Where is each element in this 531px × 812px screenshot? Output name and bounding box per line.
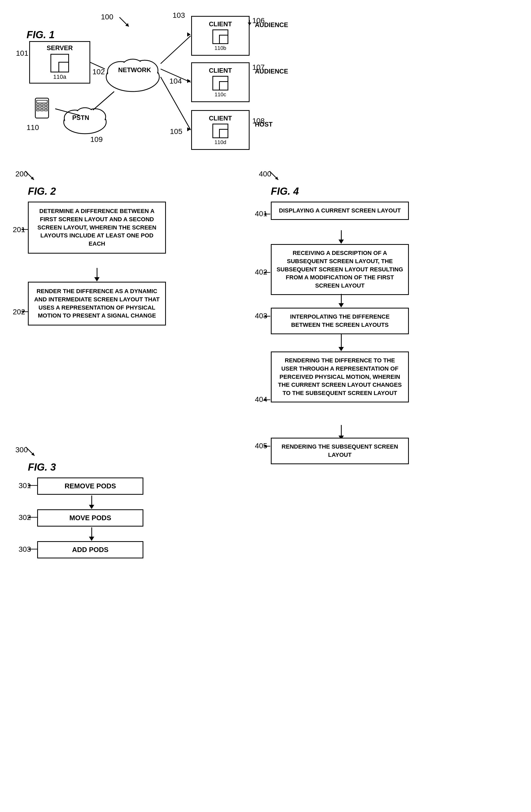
ref400-arrow <box>268 170 281 183</box>
svg-marker-54 <box>28 548 30 550</box>
ref201-arrow <box>20 227 29 232</box>
server-label: SERVER <box>47 44 73 52</box>
svg-rect-28 <box>45 109 47 111</box>
ref300-arrow <box>25 446 38 459</box>
svg-rect-26 <box>37 109 39 111</box>
fig3-arrow1 <box>89 495 94 509</box>
client-b-label: CLIENT <box>209 20 232 28</box>
telephone-svg <box>29 96 55 122</box>
ref-109: 109 <box>90 135 103 144</box>
client-box-b: CLIENT 110b <box>191 16 250 56</box>
svg-marker-30 <box>248 23 251 25</box>
server-screen-icon <box>58 62 69 72</box>
server-inner-box <box>51 54 69 72</box>
ref-110b: 110b <box>214 45 226 51</box>
svg-marker-50 <box>28 484 30 487</box>
fig4-box4: RENDERING THE DIFFERENCE TO THE USER THR… <box>271 351 409 403</box>
ref-104: 104 <box>169 77 182 85</box>
client-box-d: CLIENT 110d <box>191 110 250 150</box>
fig3-box2: MOVE PODS <box>37 509 143 526</box>
svg-marker-60 <box>264 271 266 274</box>
svg-rect-21 <box>41 104 43 105</box>
fig4-label: FIG. 4 <box>271 186 299 197</box>
client-d-screen <box>219 129 228 138</box>
ref-108: 108 <box>252 117 265 125</box>
ref404-arrow <box>262 397 271 403</box>
ref-110c: 110c <box>214 91 226 98</box>
ref106-arrow <box>246 18 254 27</box>
pstn-cloud: PSTN <box>61 101 109 136</box>
fig2-box2: RENDER THE DIFFERENCE AS A DYNAMIC AND I… <box>28 282 166 325</box>
svg-marker-44 <box>21 228 24 231</box>
ref-110d: 110d <box>214 139 226 145</box>
fig2-label: FIG. 2 <box>28 186 56 197</box>
ref402-arrow <box>262 270 271 275</box>
ref200-arrow <box>24 170 37 183</box>
svg-marker-58 <box>264 213 266 215</box>
client-c-inner <box>212 76 228 90</box>
svg-rect-19 <box>37 100 47 103</box>
fig3-box3: ADD PODS <box>37 541 143 559</box>
client-b-inner <box>212 29 228 44</box>
ref202-arrow <box>20 309 29 314</box>
client-box-c: CLIENT 110c <box>191 62 250 102</box>
svg-marker-66 <box>264 445 266 448</box>
fig4-box3: INTERPOLATING THE DIFFERENCE BETWEEN THE… <box>271 308 409 334</box>
svg-rect-27 <box>41 109 43 111</box>
svg-marker-52 <box>28 516 30 519</box>
ref-110: 110 <box>27 124 39 132</box>
ref100-arrow <box>117 15 133 30</box>
fig3-label: FIG. 3 <box>28 462 56 473</box>
client-b-screen <box>219 35 228 44</box>
svg-marker-38 <box>187 32 191 37</box>
fig1-label: FIG. 1 <box>27 29 55 41</box>
svg-rect-22 <box>45 104 47 105</box>
ref405-arrow <box>262 444 271 449</box>
client-c-label: CLIENT <box>209 67 232 74</box>
ref-106: 106 <box>252 16 265 25</box>
ref-105: 105 <box>170 127 182 136</box>
fig4-box5: RENDERING THE SUBSEQUENT SCREEN LAYOUT <box>271 438 409 464</box>
fig3-arrow2 <box>89 527 94 541</box>
server-box: SERVER 110a <box>29 41 90 84</box>
fig2-box1: DETERMINE A DIFFERENCE BETWEEN A FIRST S… <box>28 202 166 253</box>
client-d-label: CLIENT <box>209 115 232 122</box>
fig4-arrow1 <box>338 230 344 244</box>
svg-line-32 <box>160 36 191 64</box>
ref-100: 100 <box>101 13 113 21</box>
network-cloud: NETWORK <box>103 50 162 94</box>
ref-102: 102 <box>93 68 105 76</box>
fig4-box2: RECEIVING A DESCRIPTION OF A SUBSEQUENT … <box>271 244 409 295</box>
svg-marker-64 <box>264 398 266 401</box>
ref403-arrow <box>262 314 271 319</box>
network-label: NETWORK <box>118 66 151 74</box>
ref-101: 101 <box>16 49 28 58</box>
svg-marker-40 <box>187 127 191 131</box>
ref-103: 103 <box>172 11 185 20</box>
svg-marker-62 <box>264 315 266 318</box>
client-c-screen <box>219 81 228 90</box>
client-d-inner <box>212 124 228 138</box>
ref303-arrow <box>27 547 39 552</box>
fig4-arrow3 <box>338 334 344 351</box>
fig4-box1: DISPLAYING A CURRENT SCREEN LAYOUT <box>271 202 409 220</box>
ref401-arrow <box>262 212 271 217</box>
svg-marker-39 <box>187 79 191 83</box>
ref301-arrow <box>27 483 39 488</box>
ref302-arrow <box>27 514 39 520</box>
svg-marker-46 <box>21 310 24 313</box>
pstn-label: PSTN <box>72 114 89 121</box>
fig3-box1: REMOVE PODS <box>37 478 143 495</box>
svg-rect-23 <box>37 107 39 108</box>
svg-rect-25 <box>45 107 47 108</box>
ref-107: 107 <box>252 63 265 72</box>
svg-rect-24 <box>41 107 43 108</box>
telephone-icon <box>29 96 55 123</box>
svg-rect-20 <box>37 104 39 105</box>
fig4-arrow2 <box>338 294 344 307</box>
ref-110a: 110a <box>53 73 66 81</box>
fig2-arrow1 <box>94 268 100 281</box>
